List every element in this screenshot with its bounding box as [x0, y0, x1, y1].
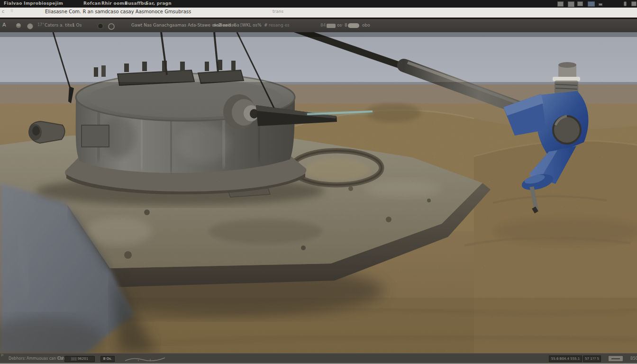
status-button[interactable]: [609, 356, 623, 361]
os-button[interactable]: 1 Os: [72, 23, 82, 27]
menu-bar: Fialvao Improbiospejim Rofcan Rhir ooms …: [0, 0, 637, 8]
top-vignette: [0, 32, 637, 37]
count-label: 84: [320, 23, 326, 27]
window-panel-icon[interactable]: [557, 1, 564, 7]
status-box[interactable]: B Os.: [100, 356, 115, 362]
obo-button[interactable]: obo: [362, 23, 370, 27]
status-label-1: Debhors:: [9, 356, 26, 361]
wkl-button[interactable]: [WKL: [240, 23, 251, 27]
os8-label: os· 8: [337, 23, 347, 27]
progress-meter: ||||| 96201: [64, 356, 95, 362]
user-tool-icon[interactable]: [16, 23, 21, 28]
font-tool-icon[interactable]: A: [2, 22, 6, 28]
menu-item-4[interactable]: Sar, pragn: [146, 1, 172, 6]
app-icon[interactable]: c: [2, 9, 4, 14]
grip-icon: ⠿: [10, 9, 13, 13]
oobesd-button[interactable]: ooBesd: [213, 23, 231, 27]
ga-button[interactable]: -Ga: [232, 23, 239, 27]
title-suffix: trans: [273, 9, 283, 14]
hash-button[interactable]: #: [264, 23, 268, 27]
resang-label: resang es: [269, 23, 290, 27]
toggle-pill[interactable]: [348, 23, 359, 28]
scene-render[interactable]: [0, 32, 637, 353]
angle-label: 17°: [37, 23, 44, 27]
dash-icon: [611, 358, 620, 359]
minimize-icon[interactable]: [599, 3, 602, 6]
document-title: Eliasasne Com. R an samdcaso casay Aasmo…: [45, 9, 191, 14]
stats-field-a: 55.6 B04.4 555.1: [549, 355, 582, 362]
split-view-icon[interactable]: [577, 1, 583, 6]
ospct-button[interactable]: os%: [253, 23, 262, 27]
record-icon[interactable]: [98, 23, 103, 29]
bell-icon[interactable]: [624, 1, 627, 6]
layers-icon[interactable]: [568, 1, 574, 7]
app-window: Fialvao Improbiospejim Rofcan Rhir ooms …: [0, 0, 637, 364]
main-toolbar: A 17° Caters a. tites 1 Os Gawt Nas Gana…: [0, 19, 637, 33]
ring-icon[interactable]: [108, 23, 115, 30]
swatch-button[interactable]: [327, 24, 336, 28]
status-bar: Iº Debhors: Ammuouas can Chhna Ga ||||| …: [0, 353, 637, 364]
badge-tool-icon[interactable]: [27, 23, 33, 29]
menu-item-1[interactable]: Rofcan: [83, 1, 101, 6]
menu-item-file[interactable]: Fialvao Improbiospejim: [4, 1, 63, 6]
caters-button[interactable]: Caters: [45, 23, 58, 27]
maximize-icon[interactable]: [631, 1, 637, 6]
corner-mark: Iº: [1, 354, 3, 357]
menu-item-2[interactable]: Rhir ooms: [101, 1, 127, 6]
sand-grain-noise: [0, 82, 637, 353]
stats-partial: B50: [630, 356, 637, 361]
menu-item-3[interactable]: Busaffbu: [125, 1, 147, 6]
timeline-curve-icon: [124, 356, 166, 362]
stats-field-b: 57 1?? 5: [583, 355, 601, 362]
viewport-3d[interactable]: [0, 32, 637, 353]
status-label-3: Ga: [58, 356, 63, 361]
title-bar: c ⠿ Eliasasne Com. R an samdcaso casay A…: [0, 8, 637, 18]
display-icon[interactable]: [588, 1, 595, 7]
